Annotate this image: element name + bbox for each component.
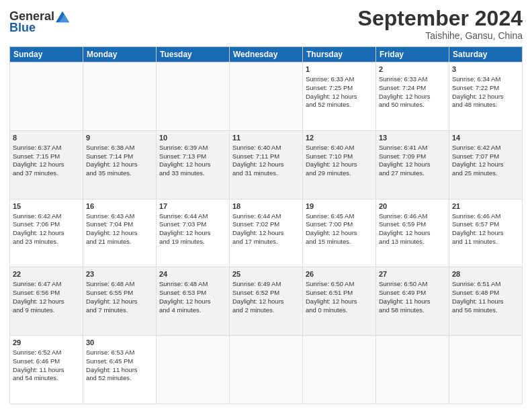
day-info-line: Sunrise: 6:38 AM xyxy=(86,144,153,152)
day-info-line: Sunrise: 6:33 AM xyxy=(379,75,446,84)
day-info-line: Daylight: 12 hours xyxy=(86,161,153,169)
calendar-day-cell: 30Sunrise: 6:53 AMSunset: 6:45 PMDayligh… xyxy=(83,336,157,404)
day-info-line: Sunrise: 6:40 AM xyxy=(232,144,300,152)
day-info-line: Sunset: 7:11 PM xyxy=(232,152,300,161)
calendar-week-row: 1Sunrise: 6:33 AMSunset: 7:25 PMDaylight… xyxy=(10,62,523,131)
weekday-header: Friday xyxy=(376,47,449,62)
day-info-line: and 0 minutes. xyxy=(306,306,373,315)
day-info-line: Daylight: 12 hours xyxy=(452,161,519,169)
day-info-line: and 35 minutes. xyxy=(86,169,153,178)
day-info-line: Sunset: 7:07 PM xyxy=(452,152,519,161)
logo: General Blue xyxy=(9,7,69,35)
day-info-line: Sunset: 6:53 PM xyxy=(159,289,226,298)
day-number: 29 xyxy=(13,338,80,348)
day-number: 12 xyxy=(306,133,373,143)
weekday-header: Wednesday xyxy=(230,47,303,62)
day-info-line: and 21 minutes. xyxy=(86,238,153,246)
day-info-line: Sunset: 6:59 PM xyxy=(379,220,446,229)
day-info-line: and 52 minutes. xyxy=(86,374,153,383)
calendar-day-cell: 17Sunrise: 6:44 AMSunset: 7:03 PMDayligh… xyxy=(157,199,230,267)
day-info-line: and 9 minutes. xyxy=(13,306,80,315)
day-info-line: Daylight: 12 hours xyxy=(13,229,80,238)
calendar-day-cell: 3Sunrise: 6:34 AMSunset: 7:22 PMDaylight… xyxy=(449,62,523,131)
day-info-line: and 33 minutes. xyxy=(159,169,226,178)
calendar-day-cell: 19Sunrise: 6:45 AMSunset: 7:00 PMDayligh… xyxy=(303,199,376,267)
weekday-header: Tuesday xyxy=(157,47,230,62)
calendar-day-cell: 10Sunrise: 6:39 AMSunset: 7:13 PMDayligh… xyxy=(157,130,230,199)
day-info-line: and 27 minutes. xyxy=(379,169,446,178)
day-info-line: Daylight: 12 hours xyxy=(13,298,80,306)
calendar-day-cell xyxy=(157,336,230,404)
day-info-line: Sunrise: 6:50 AM xyxy=(306,280,373,289)
day-number: 14 xyxy=(452,133,519,143)
weekday-header: Thursday xyxy=(303,47,376,62)
day-info-line: Sunrise: 6:42 AM xyxy=(452,144,519,152)
calendar-day-cell xyxy=(10,62,83,131)
day-info-line: Sunrise: 6:33 AM xyxy=(306,75,373,84)
calendar-week-row: 22Sunrise: 6:47 AMSunset: 6:56 PMDayligh… xyxy=(10,267,523,336)
day-info-line: Daylight: 12 hours xyxy=(306,298,373,306)
weekday-header: Monday xyxy=(83,47,157,62)
day-info-line: and 25 minutes. xyxy=(452,169,519,178)
day-info-line: Sunrise: 6:48 AM xyxy=(86,280,153,289)
day-number: 28 xyxy=(452,269,519,279)
day-info-line: Sunrise: 6:48 AM xyxy=(159,280,226,289)
day-info-line: Daylight: 12 hours xyxy=(159,229,226,238)
day-info-line: Sunset: 7:24 PM xyxy=(379,84,446,93)
day-info-line: Sunset: 6:57 PM xyxy=(452,220,519,229)
day-info-line: Sunrise: 6:40 AM xyxy=(306,144,373,152)
day-info-line: and 37 minutes. xyxy=(13,169,80,178)
day-info-line: and 56 minutes. xyxy=(452,306,519,315)
calendar-day-cell: 18Sunrise: 6:44 AMSunset: 7:02 PMDayligh… xyxy=(230,199,303,267)
day-number: 20 xyxy=(379,201,446,212)
day-info-line: Sunrise: 6:45 AM xyxy=(306,212,373,221)
day-info-line: and 23 minutes. xyxy=(13,238,80,246)
calendar-day-cell xyxy=(376,336,449,404)
calendar-day-cell: 13Sunrise: 6:41 AMSunset: 7:09 PMDayligh… xyxy=(376,130,449,199)
day-info-line: Sunset: 6:48 PM xyxy=(452,289,519,298)
day-info-line: Sunrise: 6:41 AM xyxy=(379,144,446,152)
day-info-line: Daylight: 12 hours xyxy=(232,161,300,169)
day-info-line: Daylight: 11 hours xyxy=(452,298,519,306)
calendar-day-cell: 12Sunrise: 6:40 AMSunset: 7:10 PMDayligh… xyxy=(303,130,376,199)
day-info-line: Sunrise: 6:46 AM xyxy=(452,212,519,221)
day-info-line: Sunrise: 6:46 AM xyxy=(379,212,446,221)
day-info-line: Sunset: 7:14 PM xyxy=(86,152,153,161)
day-info-line: and 19 minutes. xyxy=(159,238,226,246)
day-info-line: Sunset: 7:00 PM xyxy=(306,220,373,229)
calendar-day-cell: 26Sunrise: 6:50 AMSunset: 6:51 PMDayligh… xyxy=(303,267,376,336)
day-info-line: Sunset: 7:13 PM xyxy=(159,152,226,161)
day-info-line: and 11 minutes. xyxy=(452,238,519,246)
day-info-line: Daylight: 12 hours xyxy=(452,229,519,238)
day-number: 24 xyxy=(159,269,226,279)
calendar-day-cell: 20Sunrise: 6:46 AMSunset: 6:59 PMDayligh… xyxy=(376,199,449,267)
day-info-line: and 54 minutes. xyxy=(13,374,80,383)
day-info-line: Sunset: 7:04 PM xyxy=(86,220,153,229)
day-info-line: Daylight: 12 hours xyxy=(452,93,519,101)
calendar-day-cell: 1Sunrise: 6:33 AMSunset: 7:25 PMDaylight… xyxy=(303,62,376,131)
day-info-line: and 7 minutes. xyxy=(86,306,153,315)
logo-blue-text: Blue xyxy=(9,21,36,35)
day-number: 1 xyxy=(306,64,373,75)
day-info-line: Sunset: 7:22 PM xyxy=(452,84,519,93)
day-number: 11 xyxy=(232,133,300,143)
day-info-line: Daylight: 12 hours xyxy=(232,229,300,238)
calendar-day-cell: 16Sunrise: 6:43 AMSunset: 7:04 PMDayligh… xyxy=(83,199,157,267)
day-info-line: Sunset: 6:55 PM xyxy=(86,289,153,298)
day-info-line: Daylight: 12 hours xyxy=(379,161,446,169)
calendar-week-row: 8Sunrise: 6:37 AMSunset: 7:15 PMDaylight… xyxy=(10,130,523,199)
logo-icon xyxy=(56,10,69,24)
day-info-line: Sunrise: 6:37 AM xyxy=(13,144,80,152)
calendar-day-cell: 2Sunrise: 6:33 AMSunset: 7:24 PMDaylight… xyxy=(376,62,449,131)
calendar-week-row: 29Sunrise: 6:52 AMSunset: 6:46 PMDayligh… xyxy=(10,336,523,404)
month-title: September 2024 xyxy=(358,7,523,30)
day-number: 18 xyxy=(232,201,300,212)
day-info-line: and 29 minutes. xyxy=(306,169,373,178)
day-number: 21 xyxy=(452,201,519,212)
day-info-line: Sunrise: 6:53 AM xyxy=(86,349,153,357)
calendar-day-cell: 11Sunrise: 6:40 AMSunset: 7:11 PMDayligh… xyxy=(230,130,303,199)
calendar-day-cell: 8Sunrise: 6:37 AMSunset: 7:15 PMDaylight… xyxy=(10,130,83,199)
day-number: 22 xyxy=(13,269,80,279)
day-number: 25 xyxy=(232,269,300,279)
day-number: 13 xyxy=(379,133,446,143)
